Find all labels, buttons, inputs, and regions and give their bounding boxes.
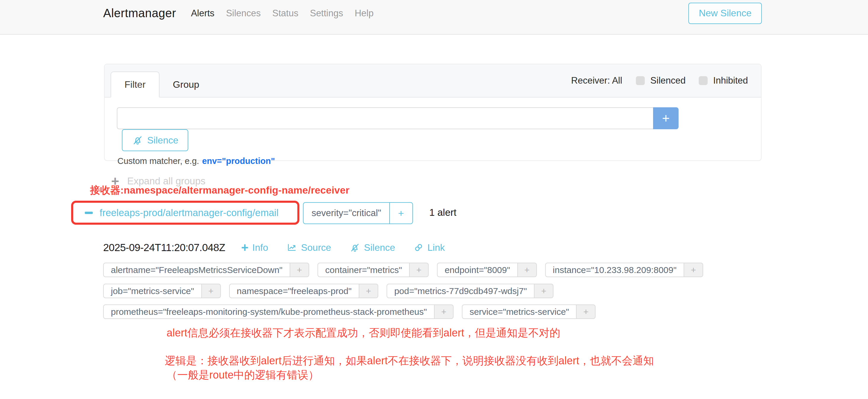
group-matcher-pill: severity="critical" + xyxy=(303,202,413,224)
add-filter-button[interactable]: + xyxy=(534,284,554,298)
annotation-highlight-box: freeleaps-prod/alertmanager-config/email xyxy=(71,201,300,225)
label-text: pod="metrics-77d9cdb497-wdsj7" xyxy=(386,284,534,298)
add-filter-button[interactable]: + xyxy=(410,263,429,277)
annotation-alert-note: alert信息必须在接收器下才表示配置成功，否则即使能看到alert，但是通知是… xyxy=(166,326,560,340)
annotation-receiver-note: 接收器:namespace/altermanager-config-name/r… xyxy=(90,183,349,197)
label-tag-service: service="metrics-service" + xyxy=(462,304,596,319)
label-tag-instance: instance="10.233.98.209:8009" + xyxy=(545,263,703,277)
filter-tabs: Filter Group xyxy=(111,71,213,97)
label-text: service="metrics-service" xyxy=(462,304,577,319)
add-filter-button[interactable]: + xyxy=(684,263,703,277)
chart-line-icon xyxy=(286,242,297,253)
action-silence-label: Silence xyxy=(364,242,395,253)
add-group-matcher-button[interactable]: + xyxy=(389,203,412,223)
filter-options: Receiver: All Silenced Inhibited xyxy=(571,64,748,97)
alert-labels-row-1: alertname="FreeleapsMetricsServiceDown" … xyxy=(103,263,703,277)
add-matcher-button[interactable]: + xyxy=(653,107,679,129)
main-nav: Alerts Silences Status Settings Help xyxy=(191,8,374,19)
silence-button-label: Silence xyxy=(147,135,179,146)
label-tag-job: job="metrics-service" + xyxy=(103,284,221,298)
filter-card: Filter Group Receiver: All Silenced Inhi… xyxy=(104,64,762,161)
silenced-label[interactable]: Silenced xyxy=(650,75,686,86)
new-silence-button[interactable]: New Silence xyxy=(688,3,762,24)
group-receiver-path: freeleaps-prod/alertmanager-config/email xyxy=(100,207,278,218)
label-tag-container: container="metrics" + xyxy=(317,263,429,277)
add-filter-button[interactable]: + xyxy=(359,284,378,298)
matcher-input[interactable] xyxy=(117,107,653,129)
action-source-label: Source xyxy=(301,242,331,253)
action-info-label: Info xyxy=(252,242,268,253)
add-filter-button[interactable]: + xyxy=(577,304,595,319)
add-filter-button[interactable]: + xyxy=(518,263,537,277)
nav-item-status[interactable]: Status xyxy=(273,8,299,19)
nav-item-silences[interactable]: Silences xyxy=(226,8,260,19)
bell-slash-icon xyxy=(132,134,143,146)
link-icon xyxy=(413,243,424,252)
filter-card-body: + Silence Custom matcher, e.g.env="produ… xyxy=(105,97,761,166)
navbar: Alertmanager Alerts Silences Status Sett… xyxy=(0,0,868,35)
label-text: alertname="FreeleapsMetricsServiceDown" xyxy=(103,263,290,277)
bell-slash-icon xyxy=(349,242,360,253)
help-example-link[interactable]: env="production" xyxy=(202,156,275,166)
label-text: endpoint="8009" xyxy=(437,263,518,277)
matcher-input-group: + xyxy=(117,107,679,129)
label-tag-alertname: alertname="FreeleapsMetricsServiceDown" … xyxy=(103,263,309,277)
alert-action-silence[interactable]: Silence xyxy=(349,242,395,253)
annotation-logic-note-1: 逻辑是：接收器收到alert后进行通知，如果alert不在接收器下，说明接收器没… xyxy=(165,354,654,368)
add-filter-button[interactable]: + xyxy=(202,284,221,298)
label-tag-namespace: namespace="freeleaps-prod" + xyxy=(229,284,378,298)
group-receiver-link[interactable]: freeleaps-prod/alertmanager-config/email xyxy=(85,207,278,218)
filter-card-header: Filter Group Receiver: All Silenced Inhi… xyxy=(105,64,761,97)
alert-action-info[interactable]: + Info xyxy=(241,242,268,253)
plus-icon: + xyxy=(241,242,249,253)
matcher-help-text: Custom matcher, e.g.env="production" xyxy=(117,156,749,166)
group-matcher-text: severity="critical" xyxy=(304,203,389,223)
tab-filter[interactable]: Filter xyxy=(111,71,159,97)
action-link-label: Link xyxy=(428,242,445,253)
label-tag-endpoint: endpoint="8009" + xyxy=(437,263,537,277)
add-filter-button[interactable]: + xyxy=(435,304,454,319)
inhibited-checkbox[interactable] xyxy=(699,76,708,85)
label-text: container="metrics" xyxy=(317,263,410,277)
tab-group[interactable]: Group xyxy=(159,71,213,97)
help-prefix: Custom matcher, e.g. xyxy=(117,156,199,166)
label-tag-prometheus: prometheus="freeleaps-monitoring-system/… xyxy=(103,304,454,319)
annotation-logic-note-2: （一般是route中的逻辑有错误） xyxy=(166,368,319,382)
label-text: instance="10.233.98.209:8009" xyxy=(545,263,684,277)
inhibited-label[interactable]: Inhibited xyxy=(713,75,748,86)
label-text: namespace="freeleaps-prod" xyxy=(229,284,359,298)
app-brand[interactable]: Alertmanager xyxy=(103,6,176,20)
silenced-checkbox[interactable] xyxy=(636,76,645,85)
alert-labels-row-3: prometheus="freeleaps-monitoring-system/… xyxy=(103,304,595,319)
alert-labels-row-2: job="metrics-service" + namespace="freel… xyxy=(103,284,554,298)
alert-action-source[interactable]: Source xyxy=(286,242,331,253)
add-filter-button[interactable]: + xyxy=(290,263,309,277)
label-tag-pod: pod="metrics-77d9cdb497-wdsj7" + xyxy=(386,284,554,298)
silence-from-filter-button[interactable]: Silence xyxy=(122,129,188,151)
receiver-dropdown[interactable]: Receiver: All xyxy=(571,75,622,86)
label-text: job="metrics-service" xyxy=(103,284,202,298)
alert-timestamp: 2025-09-24T11:20:07.048Z xyxy=(103,242,225,253)
nav-item-alerts[interactable]: Alerts xyxy=(191,8,214,19)
nav-item-settings[interactable]: Settings xyxy=(310,8,343,19)
alert-action-link[interactable]: Link xyxy=(413,242,445,253)
group-alert-count: 1 alert xyxy=(429,207,457,218)
nav-item-help[interactable]: Help xyxy=(354,8,374,19)
label-text: prometheus="freeleaps-monitoring-system/… xyxy=(103,304,435,319)
minus-icon xyxy=(85,212,93,214)
alert-meta-row: 2025-09-24T11:20:07.048Z + Info Source S… xyxy=(103,240,463,255)
